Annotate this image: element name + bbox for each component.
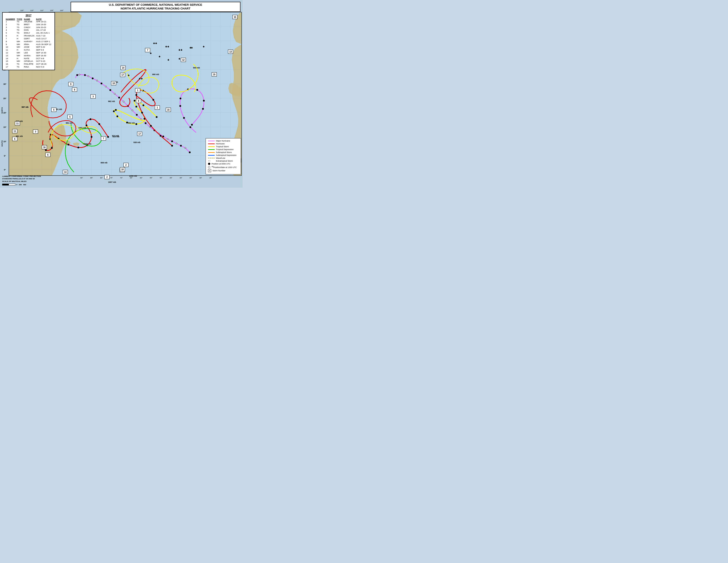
svg-point-77	[143, 104, 144, 106]
storm-type: H	[16, 49, 23, 51]
scale-labels: 0 250 500	[16, 183, 26, 186]
svg-text:++: ++	[190, 46, 193, 49]
svg-text:3: 3	[92, 95, 94, 98]
legend-position-0000: Position at 0000 UTC	[208, 163, 238, 165]
svg-text:15: 15	[234, 16, 236, 18]
storm-number: 3	[5, 26, 16, 29]
storm-date: APR 19-21	[35, 20, 52, 23]
storm-number: 9	[5, 43, 16, 46]
year-label: 2017	[5, 14, 52, 17]
pressure-937: 937 mb	[22, 106, 29, 108]
storm-list: 2017 NUMBER TYPE NAME DATE 1 TS ARLENE A…	[2, 12, 55, 70]
svg-text:15: 15	[213, 73, 216, 76]
storm-number: 17	[5, 66, 16, 68]
storm-date: NOV 5-9	[35, 66, 52, 68]
lat-5: 5°	[4, 155, 6, 157]
storm-date: JUN 19-20	[35, 23, 52, 26]
table-row: 8 MH HARVEY AUG 17-SEP 1	[5, 40, 52, 43]
svg-text:2: 2	[125, 164, 127, 166]
storm-number: 10	[5, 46, 16, 49]
pressure-908: 908 mb	[101, 162, 108, 164]
svg-text:+: +	[168, 58, 169, 61]
lat-15: 15°	[3, 126, 6, 128]
svg-point-35	[189, 151, 191, 153]
storm-type: H	[16, 57, 23, 60]
storm-number-label: Storm Number	[212, 169, 225, 172]
storm-date: JUL 17-18	[35, 29, 52, 32]
svg-text:11: 11	[16, 122, 19, 125]
svg-point-55	[132, 110, 133, 111]
subtropical-storm-label: Subtropical Storm	[216, 151, 232, 153]
svg-text:8: 8	[138, 100, 139, 102]
svg-point-56	[123, 101, 124, 102]
storm-type: MH	[16, 46, 23, 49]
svg-point-74	[45, 149, 47, 151]
lat-30: 30°	[3, 83, 6, 85]
storm-type: TS	[16, 66, 23, 68]
position-1200-label: ddPosition/date at 1200 UTC	[212, 165, 237, 168]
projection-line2: STANDARD PARALLELS AT 30 AND 60	[2, 177, 41, 180]
svg-point-93	[179, 105, 181, 107]
storm-type: H	[16, 37, 23, 40]
lat-20: 20°	[3, 112, 6, 114]
svg-point-89	[203, 100, 205, 102]
svg-point-47	[84, 74, 86, 76]
pressure-959: 959 mb	[193, 67, 200, 69]
storm-number: 5	[5, 32, 16, 34]
svg-point-49	[185, 147, 186, 148]
svg-text:+ +: + +	[179, 49, 182, 51]
svg-text:6: 6	[47, 154, 49, 156]
storm-name: RINA	[23, 66, 35, 68]
storm-date: SEP 14-30	[35, 51, 52, 54]
storm-name: OPHELIA	[23, 60, 35, 63]
svg-text:+: +	[128, 74, 129, 77]
svg-point-61	[79, 74, 80, 75]
svg-point-82	[126, 122, 128, 123]
storm-date: AUG 30-SEP 12	[35, 43, 52, 46]
major-hurricane-line	[208, 141, 215, 141]
svg-point-95	[190, 126, 191, 128]
storm-date: AUG 13-17	[35, 37, 52, 40]
storm-name: LEE	[23, 51, 35, 54]
storm-type: TS	[16, 32, 23, 34]
svg-text:15: 15	[167, 109, 170, 111]
scale-bar-graphic	[2, 184, 15, 185]
svg-point-51	[167, 138, 168, 140]
svg-point-96	[171, 145, 173, 147]
storm-type: MH	[16, 54, 23, 57]
storm-date: OCT 4-8	[35, 57, 52, 60]
svg-point-64	[90, 118, 91, 120]
svg-point-92	[180, 98, 181, 99]
svg-point-76	[156, 116, 158, 118]
map-container: U.S. DEPARTMENT OF COMMERCE, NATIONAL WE…	[0, 0, 243, 188]
storm-name: KATIA	[23, 49, 35, 51]
svg-text:45°: 45°	[170, 177, 172, 179]
north-label: NORTH	[1, 107, 3, 114]
extratropical-cross: + +	[208, 160, 215, 162]
storm-number: 14	[5, 57, 16, 60]
table-row: 11 H KATIA SEP 5-9	[5, 49, 52, 51]
svg-point-57	[114, 93, 115, 94]
table-row: 3 TS CINDY JUN 20-23	[5, 26, 52, 29]
svg-text:1: 1	[157, 106, 158, 109]
svg-point-100	[135, 94, 137, 96]
major-hurricane-label: Major Hurricane	[216, 140, 230, 142]
pressure-962-2: 962 mb	[128, 122, 135, 124]
pressure-914: 914 mb	[112, 135, 119, 137]
pressure-1000: 1000 mb	[83, 143, 92, 145]
svg-point-50	[176, 143, 177, 144]
svg-text:9: 9	[70, 83, 71, 85]
subtropical-depression-line	[208, 155, 215, 156]
svg-point-66	[91, 136, 92, 138]
svg-point-58	[105, 86, 107, 87]
storm-type: TS	[16, 63, 23, 66]
storm-number: 13	[5, 54, 16, 57]
lat-10: 10°	[3, 140, 6, 143]
storm-date: JUL 30-AUG 1	[35, 32, 52, 34]
svg-text:115°: 115°	[30, 9, 34, 11]
storm-type: TS	[16, 29, 23, 32]
svg-text:3: 3	[35, 130, 36, 133]
table-row: 1 TS ARLENE APR 19-21	[5, 20, 52, 23]
storm-date: SEP 5-22	[35, 46, 52, 49]
storm-date: AUG 7-10	[35, 34, 52, 37]
